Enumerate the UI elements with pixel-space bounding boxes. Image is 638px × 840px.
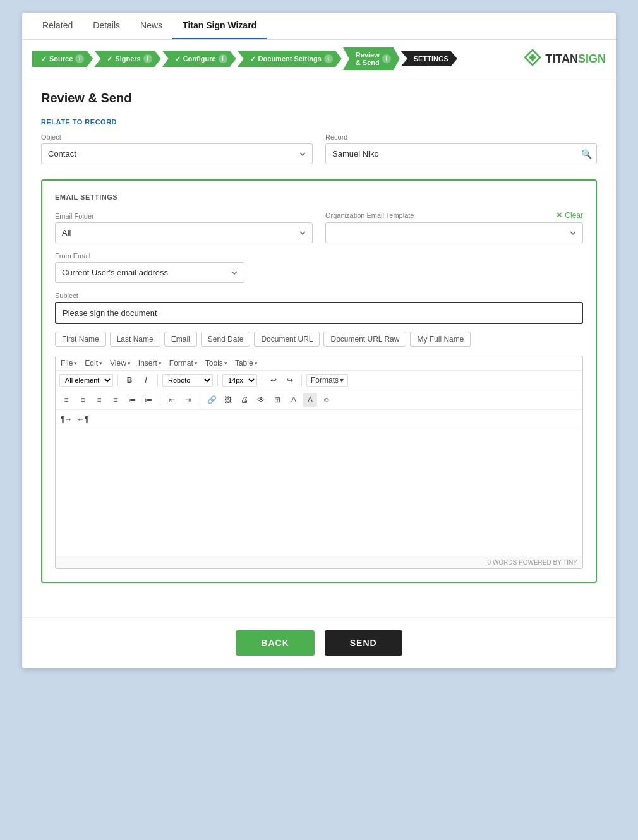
rtl-button[interactable]: ←¶: [76, 412, 90, 426]
insert-my-full-name[interactable]: My Full Name: [410, 332, 471, 347]
element-group: All element: [59, 374, 113, 387]
tab-details[interactable]: Details: [83, 13, 130, 39]
tab-titan-sign-wizard[interactable]: Titan Sign Wizard: [172, 13, 267, 39]
step-document-settings[interactable]: ✓ Document Settings i: [238, 51, 342, 67]
redo-button[interactable]: ↪: [283, 373, 297, 387]
file-arrow: ▾: [74, 360, 77, 366]
step-review-send[interactable]: Review& Send i: [343, 47, 400, 70]
step-source[interactable]: ✓ Source i: [32, 51, 93, 67]
from-email-field: From Email Current User's email address: [55, 252, 583, 283]
unordered-list-button[interactable]: ≔: [125, 393, 139, 407]
wizard-bar: ✓ Source i ✓ Signers i ✓ Configure i ✓ D…: [22, 40, 616, 78]
editor-menubar: File ▾ Edit ▾ View ▾ Insert ▾ Format ▾ T…: [56, 356, 582, 371]
editor-toolbar-3: ¶→ ←¶: [56, 410, 582, 429]
insert-document-url-raw[interactable]: Document URL Raw: [323, 332, 406, 347]
emoji-button[interactable]: ☺: [320, 393, 334, 407]
bg-color-button[interactable]: A: [303, 393, 317, 407]
titan-logo: TITAN SIGN: [524, 49, 606, 69]
font-color-button[interactable]: A: [287, 393, 301, 407]
formats-dropdown[interactable]: Formats ▾: [306, 374, 348, 387]
sign-text: SIGN: [578, 52, 606, 66]
menu-file[interactable]: File ▾: [61, 359, 77, 368]
step-signers-label: Signers: [115, 55, 140, 63]
back-button[interactable]: BACK: [236, 630, 314, 656]
clear-button[interactable]: ✕ Clear: [556, 211, 583, 220]
indent-button[interactable]: ⇥: [181, 393, 195, 407]
wizard-steps: ✓ Source i ✓ Signers i ✓ Configure i ✓ D…: [32, 47, 459, 70]
menu-edit[interactable]: Edit ▾: [85, 359, 102, 368]
org-template-select[interactable]: [325, 222, 583, 243]
titan-text: TITAN: [545, 52, 578, 66]
insert-first-name[interactable]: First Name: [55, 332, 106, 347]
menu-format[interactable]: Format ▾: [169, 359, 198, 368]
object-field: Object Contact: [41, 133, 313, 164]
menu-view[interactable]: View ▾: [110, 359, 131, 368]
menu-insert[interactable]: Insert ▾: [138, 359, 162, 368]
insert-document-url[interactable]: Document URL: [254, 332, 320, 347]
rich-text-editor: File ▾ Edit ▾ View ▾ Insert ▾ Format ▾ T…: [55, 356, 583, 569]
divider-2: [157, 375, 158, 386]
word-count: 0 WORDS: [488, 559, 517, 566]
email-settings-box: EMAIL SETTINGS Email Folder All Organiza…: [41, 179, 597, 583]
step-configure-info: i: [219, 54, 227, 63]
menu-tools[interactable]: Tools ▾: [205, 359, 227, 368]
outdent-button[interactable]: ⇤: [165, 393, 179, 407]
print-button[interactable]: 🖨: [238, 393, 251, 407]
step-doc-settings-info: i: [324, 54, 333, 63]
insert-email[interactable]: Email: [164, 332, 197, 347]
menu-table[interactable]: Table ▾: [235, 359, 258, 368]
font-group: Roboto: [162, 374, 213, 387]
email-folder-label: Email Folder: [55, 212, 313, 220]
edit-arrow: ▾: [99, 360, 102, 366]
align-center-button[interactable]: ≡: [76, 393, 90, 407]
undo-button[interactable]: ↩: [267, 373, 280, 387]
powered-by-tiny: POWERED BY TINY: [519, 559, 577, 566]
insert-arrow: ▾: [159, 360, 162, 366]
bold-button[interactable]: B: [123, 373, 136, 387]
align-justify-button[interactable]: ≡: [109, 393, 123, 407]
relate-to-record-section: RELATE TO RECORD Object Contact Record 🔍: [41, 118, 597, 164]
from-email-select[interactable]: Current User's email address: [55, 262, 244, 283]
record-label: Record: [325, 133, 597, 141]
titan-diamond-icon: [524, 49, 541, 69]
clear-x-icon: ✕: [556, 211, 562, 220]
size-select[interactable]: 14px: [222, 374, 257, 387]
page-title: Review & Send: [41, 91, 597, 105]
step-source-check: ✓: [41, 55, 47, 63]
table-insert-button[interactable]: ⊞: [270, 393, 284, 407]
insert-last-name[interactable]: Last Name: [110, 332, 160, 347]
record-field: Record 🔍: [325, 133, 597, 164]
send-button[interactable]: SEND: [325, 630, 402, 656]
image-button[interactable]: 🖼: [221, 393, 235, 407]
preview-button[interactable]: 👁: [254, 393, 268, 407]
subject-input[interactable]: [55, 302, 583, 324]
record-input[interactable]: [325, 143, 597, 164]
ltr-button[interactable]: ¶→: [59, 412, 73, 426]
email-folder-select[interactable]: All: [55, 222, 313, 243]
object-select[interactable]: Contact: [41, 143, 313, 164]
step-settings-label: SETTINGS: [414, 55, 448, 63]
object-label: Object: [41, 133, 313, 141]
align-right-button[interactable]: ≡: [92, 393, 106, 407]
insert-send-date[interactable]: Send Date: [201, 332, 251, 347]
tools-arrow: ▾: [224, 360, 227, 366]
step-signers[interactable]: ✓ Signers i: [94, 51, 160, 67]
tab-related[interactable]: Related: [32, 13, 83, 39]
step-settings[interactable]: SETTINGS: [401, 51, 457, 66]
link-button[interactable]: 🔗: [205, 393, 219, 407]
org-template-label: Organization Email Template ✕ Clear: [325, 211, 583, 220]
italic-button[interactable]: I: [139, 373, 153, 387]
format-arrow: ▾: [195, 360, 198, 366]
divider-7: [200, 394, 200, 405]
ordered-list-button[interactable]: ≔: [141, 393, 155, 407]
editor-toolbar-1: All element B I Roboto: [56, 371, 582, 390]
tab-news[interactable]: News: [130, 13, 172, 39]
step-configure[interactable]: ✓ Configure i: [162, 51, 236, 67]
record-input-wrapper: 🔍: [325, 143, 597, 164]
font-select[interactable]: Roboto: [162, 374, 213, 387]
divider-6: [160, 394, 160, 405]
element-select[interactable]: All element: [59, 374, 113, 387]
size-group: 14px: [222, 374, 257, 387]
align-left-button[interactable]: ≡: [59, 393, 73, 407]
editor-body[interactable]: [56, 429, 582, 556]
